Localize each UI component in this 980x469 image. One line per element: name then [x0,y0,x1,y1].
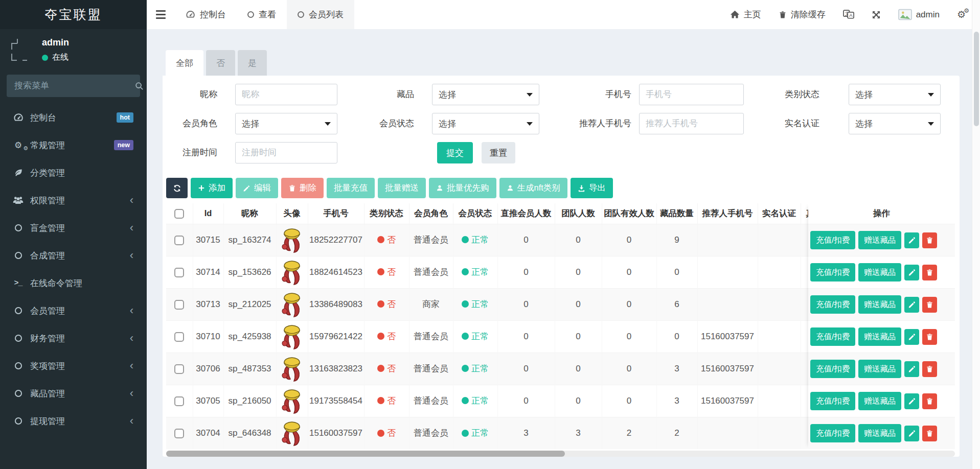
member-status-select[interactable]: 选择 [432,113,539,134]
member-avatar-image[interactable] [280,259,304,286]
sidebar-item-withdraw[interactable]: 提现管理 ‹ [0,407,147,435]
row-checkbox[interactable] [174,268,184,277]
gift-collection-button[interactable]: 赠送藏品 [858,424,901,442]
export-button[interactable]: 导出 [571,178,613,198]
filter-tab-no[interactable]: 否 [206,50,235,76]
edit-row-button[interactable] [904,265,919,280]
sidebar-search-input[interactable] [7,81,135,91]
gift-collection-button[interactable]: 赠送藏品 [858,327,901,346]
batch-priority-label: 批量优先购 [447,182,489,194]
gift-collection-button[interactable]: 赠送藏品 [858,295,901,314]
phone-input[interactable] [639,84,744,105]
delete-row-button[interactable] [922,232,937,248]
delete-row-button[interactable] [922,393,937,409]
settings-button[interactable]: ⚙⚙ [957,10,966,19]
select-value: 选择 [439,89,456,101]
vertical-scrollbar[interactable] [972,0,980,469]
recharge-deduct-button[interactable]: 充值/扣费 [810,424,855,442]
member-avatar-image[interactable] [280,388,304,414]
refresh-button[interactable] [166,178,188,198]
real-name-auth-select[interactable]: 选择 [849,113,941,134]
sidebar-item-collection[interactable]: 藏品管理 ‹ [0,380,147,407]
recharge-deduct-button[interactable]: 充值/扣费 [810,263,855,282]
category-status-select[interactable]: 选择 [849,84,941,105]
edit-row-button[interactable] [904,361,919,377]
add-button[interactable]: 添加 [191,178,233,198]
member-avatar-image[interactable] [280,323,304,350]
sidebar-item-online-command[interactable]: >_ 在线命令管理 [0,269,147,297]
translate-button[interactable]: 文A [843,10,854,19]
nickname-input[interactable] [235,84,337,105]
reset-button[interactable]: 重置 [482,142,515,163]
gift-collection-button[interactable]: 赠送藏品 [858,231,901,249]
delete-row-button[interactable] [922,361,937,377]
delete-row-button[interactable] [922,329,937,345]
collection-select[interactable]: 选择 [432,84,539,105]
batch-gift-button[interactable]: 批量赠送 [378,178,426,198]
row-checkbox[interactable] [174,236,184,245]
recharge-deduct-button[interactable]: 充值/扣费 [810,327,855,346]
vertical-scrollbar-thumb[interactable] [974,32,979,126]
recharge-deduct-button[interactable]: 充值/扣费 [810,295,855,314]
row-checkbox[interactable] [174,429,184,438]
submit-button[interactable]: 提交 [437,142,473,163]
sidebar-item-synthesis[interactable]: 合成管理 ‹ [0,242,147,269]
select-all-checkbox[interactable] [174,209,184,219]
gift-collection-button[interactable]: 赠送藏品 [858,263,901,282]
member-avatar-image[interactable] [280,420,304,447]
row-checkbox[interactable] [174,364,184,374]
horizontal-scrollbar[interactable] [166,451,955,457]
generate-nft-button[interactable]: 生成nft类别 [499,178,567,198]
filter-tab-yes[interactable]: 是 [238,50,267,76]
trash-icon [926,301,933,309]
nav-tab-view[interactable]: 查看 [237,0,287,29]
member-avatar-image[interactable] [280,227,304,253]
member-avatar-image[interactable] [280,291,304,318]
referrer-phone-input[interactable] [639,113,744,134]
sidebar-item-general[interactable]: ⚙⚙ 常规管理 new [0,131,147,159]
recharge-deduct-button[interactable]: 充值/扣费 [810,231,855,249]
fullscreen-button[interactable] [872,10,881,19]
sidebar-item-category[interactable]: 分类管理 [0,159,147,186]
sidebar-item-blindbox[interactable]: 盲盒管理 ‹ [0,214,147,242]
sidebar-item-dashboard[interactable]: 控制台 hot [0,104,147,131]
sidebar-item-awards[interactable]: 奖项管理 ‹ [0,352,147,380]
sidebar-item-finance[interactable]: 财务管理 ‹ [0,324,147,352]
edit-row-button[interactable] [904,329,919,345]
search-icon[interactable] [135,82,144,90]
nav-tab-dashboard[interactable]: 控制台 [175,0,237,29]
horizontal-scrollbar-thumb[interactable] [166,451,565,457]
trash-icon [926,430,933,437]
sidebar-item-permission[interactable]: 权限管理 ‹ [0,186,147,214]
recharge-deduct-button[interactable]: 充值/扣费 [810,392,855,410]
batch-recharge-button[interactable]: 批量充值 [327,178,375,198]
member-avatar-image[interactable] [280,356,304,382]
row-checkbox[interactable] [174,332,184,342]
edit-row-button[interactable] [904,297,919,313]
delete-button[interactable]: 删除 [281,178,324,198]
filter-tab-all[interactable]: 全部 [166,50,203,76]
edit-button[interactable]: 编辑 [236,178,278,198]
edit-row-button[interactable] [904,426,919,441]
row-checkbox[interactable] [174,396,184,406]
register-time-input[interactable] [235,142,337,163]
home-link[interactable]: 主页 [730,9,761,20]
delete-row-button[interactable] [922,265,937,280]
col-direct-members: 直推会员人数 [497,203,555,224]
delete-row-button[interactable] [922,426,937,441]
row-checkbox[interactable] [174,300,184,310]
batch-priority-button[interactable]: 批量优先购 [429,178,496,198]
recharge-deduct-button[interactable]: 充值/扣费 [810,360,855,378]
edit-row-button[interactable] [904,393,919,409]
sidebar-toggle-button[interactable] [147,0,175,29]
nav-tab-member-list[interactable]: 会员列表 [287,0,354,29]
member-role-select[interactable]: 选择 [235,113,337,134]
delete-row-button[interactable] [922,297,937,313]
cell-phone: 19173558454 [308,385,364,417]
sidebar-item-member[interactable]: 会员管理 ‹ [0,297,147,324]
gift-collection-button[interactable]: 赠送藏品 [858,392,901,410]
user-menu[interactable]: admin [898,8,940,21]
edit-row-button[interactable] [904,232,919,248]
gift-collection-button[interactable]: 赠送藏品 [858,360,901,378]
clear-cache-link[interactable]: 清除缓存 [779,9,826,20]
